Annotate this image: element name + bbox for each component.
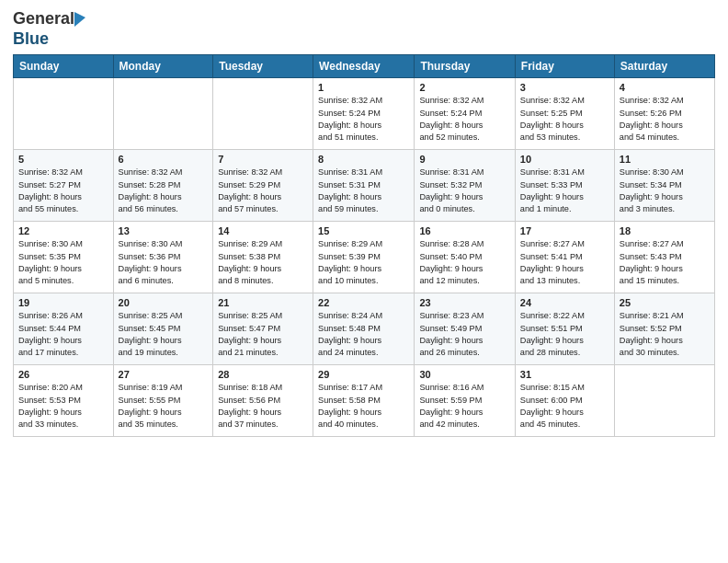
day-number: 9 <box>419 154 509 165</box>
day-info: Sunrise: 8:19 AM Sunset: 5:55 PM Dayligh… <box>119 382 209 431</box>
day-info: Sunrise: 8:15 AM Sunset: 6:00 PM Dayligh… <box>520 382 609 431</box>
day-number: 29 <box>318 369 409 380</box>
day-number: 23 <box>419 297 509 308</box>
calendar-week-row: 1Sunrise: 8:32 AM Sunset: 5:24 PM Daylig… <box>14 78 715 150</box>
calendar-cell <box>213 78 313 150</box>
calendar-cell: 31Sunrise: 8:15 AM Sunset: 6:00 PM Dayli… <box>515 365 614 437</box>
day-number: 6 <box>119 154 209 165</box>
day-info: Sunrise: 8:30 AM Sunset: 5:35 PM Dayligh… <box>18 238 108 287</box>
day-info: Sunrise: 8:31 AM Sunset: 5:31 PM Dayligh… <box>318 167 409 215</box>
calendar-cell: 25Sunrise: 8:21 AM Sunset: 5:52 PM Dayli… <box>614 293 714 365</box>
calendar-cell: 21Sunrise: 8:25 AM Sunset: 5:47 PM Dayli… <box>213 293 313 365</box>
day-number: 26 <box>18 369 108 380</box>
calendar-cell: 2Sunrise: 8:32 AM Sunset: 5:24 PM Daylig… <box>415 78 515 150</box>
calendar-cell: 11Sunrise: 8:30 AM Sunset: 5:34 PM Dayli… <box>614 150 714 222</box>
weekday-header: Saturday <box>614 55 714 78</box>
calendar-cell: 10Sunrise: 8:31 AM Sunset: 5:33 PM Dayli… <box>515 150 614 222</box>
day-info: Sunrise: 8:32 AM Sunset: 5:25 PM Dayligh… <box>520 95 609 144</box>
logo: GeneralBlue <box>13 9 85 49</box>
day-info: Sunrise: 8:31 AM Sunset: 5:33 PM Dayligh… <box>520 167 609 215</box>
day-number: 13 <box>119 225 209 236</box>
calendar-week-row: 5Sunrise: 8:32 AM Sunset: 5:27 PM Daylig… <box>14 150 715 222</box>
day-info: Sunrise: 8:29 AM Sunset: 5:38 PM Dayligh… <box>218 238 308 287</box>
calendar-cell: 8Sunrise: 8:31 AM Sunset: 5:31 PM Daylig… <box>313 150 415 222</box>
day-info: Sunrise: 8:28 AM Sunset: 5:40 PM Dayligh… <box>419 238 509 287</box>
day-info: Sunrise: 8:29 AM Sunset: 5:39 PM Dayligh… <box>318 238 409 287</box>
weekday-header: Wednesday <box>313 55 415 78</box>
page-container: GeneralBlue SundayMondayTuesdayWednesday… <box>0 0 728 442</box>
day-info: Sunrise: 8:25 AM Sunset: 5:45 PM Dayligh… <box>119 310 209 359</box>
calendar-cell <box>14 78 114 150</box>
day-info: Sunrise: 8:32 AM Sunset: 5:27 PM Dayligh… <box>18 167 108 215</box>
calendar-cell: 7Sunrise: 8:32 AM Sunset: 5:29 PM Daylig… <box>213 150 313 222</box>
calendar-cell: 12Sunrise: 8:30 AM Sunset: 5:35 PM Dayli… <box>14 222 114 293</box>
day-info: Sunrise: 8:25 AM Sunset: 5:47 PM Dayligh… <box>218 310 308 359</box>
svg-marker-0 <box>74 12 85 27</box>
day-number: 20 <box>119 297 209 308</box>
weekday-header: Sunday <box>14 55 114 78</box>
day-info: Sunrise: 8:31 AM Sunset: 5:32 PM Dayligh… <box>419 167 509 215</box>
calendar-cell: 24Sunrise: 8:22 AM Sunset: 5:51 PM Dayli… <box>515 293 614 365</box>
day-number: 21 <box>218 297 308 308</box>
day-info: Sunrise: 8:30 AM Sunset: 5:34 PM Dayligh… <box>620 167 710 215</box>
day-info: Sunrise: 8:32 AM Sunset: 5:28 PM Dayligh… <box>119 167 209 215</box>
day-number: 24 <box>520 297 609 308</box>
calendar-cell: 9Sunrise: 8:31 AM Sunset: 5:32 PM Daylig… <box>415 150 515 222</box>
day-number: 8 <box>318 154 409 165</box>
day-number: 4 <box>620 82 710 93</box>
day-number: 11 <box>620 154 710 165</box>
logo-blue: Blue <box>13 29 49 48</box>
day-info: Sunrise: 8:26 AM Sunset: 5:44 PM Dayligh… <box>18 310 108 359</box>
day-number: 19 <box>18 297 108 308</box>
calendar-cell: 27Sunrise: 8:19 AM Sunset: 5:55 PM Dayli… <box>113 365 213 437</box>
calendar-cell <box>113 78 213 150</box>
weekday-header: Friday <box>515 55 614 78</box>
day-number: 17 <box>520 225 609 236</box>
day-number: 28 <box>218 369 308 380</box>
weekday-header: Tuesday <box>213 55 313 78</box>
day-info: Sunrise: 8:24 AM Sunset: 5:48 PM Dayligh… <box>318 310 409 359</box>
calendar-cell: 30Sunrise: 8:16 AM Sunset: 5:59 PM Dayli… <box>415 365 515 437</box>
day-number: 15 <box>318 225 409 236</box>
day-number: 12 <box>18 225 108 236</box>
calendar-cell: 23Sunrise: 8:23 AM Sunset: 5:49 PM Dayli… <box>415 293 515 365</box>
calendar-cell: 18Sunrise: 8:27 AM Sunset: 5:43 PM Dayli… <box>614 222 714 293</box>
calendar-cell: 15Sunrise: 8:29 AM Sunset: 5:39 PM Dayli… <box>313 222 415 293</box>
day-info: Sunrise: 8:27 AM Sunset: 5:43 PM Dayligh… <box>620 238 710 287</box>
calendar-cell: 17Sunrise: 8:27 AM Sunset: 5:41 PM Dayli… <box>515 222 614 293</box>
calendar-cell: 4Sunrise: 8:32 AM Sunset: 5:26 PM Daylig… <box>614 78 714 150</box>
day-info: Sunrise: 8:18 AM Sunset: 5:56 PM Dayligh… <box>218 382 308 431</box>
calendar-table: SundayMondayTuesdayWednesdayThursdayFrid… <box>13 54 715 437</box>
calendar-cell: 16Sunrise: 8:28 AM Sunset: 5:40 PM Dayli… <box>415 222 515 293</box>
logo-text: GeneralBlue <box>13 9 85 49</box>
logo-general: General <box>13 9 74 28</box>
calendar-cell: 19Sunrise: 8:26 AM Sunset: 5:44 PM Dayli… <box>14 293 114 365</box>
calendar-cell: 22Sunrise: 8:24 AM Sunset: 5:48 PM Dayli… <box>313 293 415 365</box>
day-number: 16 <box>419 225 509 236</box>
day-number: 5 <box>18 154 108 165</box>
day-info: Sunrise: 8:30 AM Sunset: 5:36 PM Dayligh… <box>119 238 209 287</box>
calendar-week-row: 19Sunrise: 8:26 AM Sunset: 5:44 PM Dayli… <box>14 293 715 365</box>
day-info: Sunrise: 8:21 AM Sunset: 5:52 PM Dayligh… <box>620 310 710 359</box>
calendar-cell: 26Sunrise: 8:20 AM Sunset: 5:53 PM Dayli… <box>14 365 114 437</box>
day-number: 18 <box>620 225 710 236</box>
day-number: 27 <box>119 369 209 380</box>
calendar-header-row: SundayMondayTuesdayWednesdayThursdayFrid… <box>14 55 715 78</box>
logo-icon <box>74 12 85 27</box>
calendar-week-row: 26Sunrise: 8:20 AM Sunset: 5:53 PM Dayli… <box>14 365 715 437</box>
day-info: Sunrise: 8:32 AM Sunset: 5:24 PM Dayligh… <box>318 95 409 144</box>
calendar-cell: 5Sunrise: 8:32 AM Sunset: 5:27 PM Daylig… <box>14 150 114 222</box>
calendar-cell: 1Sunrise: 8:32 AM Sunset: 5:24 PM Daylig… <box>313 78 415 150</box>
day-number: 2 <box>419 82 509 93</box>
day-info: Sunrise: 8:20 AM Sunset: 5:53 PM Dayligh… <box>18 382 108 431</box>
day-number: 14 <box>218 225 308 236</box>
day-number: 25 <box>620 297 710 308</box>
day-number: 31 <box>520 369 609 380</box>
day-info: Sunrise: 8:32 AM Sunset: 5:26 PM Dayligh… <box>620 95 710 144</box>
day-number: 1 <box>318 82 409 93</box>
weekday-header: Monday <box>113 55 213 78</box>
weekday-header: Thursday <box>415 55 515 78</box>
calendar-cell: 28Sunrise: 8:18 AM Sunset: 5:56 PM Dayli… <box>213 365 313 437</box>
day-number: 7 <box>218 154 308 165</box>
calendar-cell: 14Sunrise: 8:29 AM Sunset: 5:38 PM Dayli… <box>213 222 313 293</box>
